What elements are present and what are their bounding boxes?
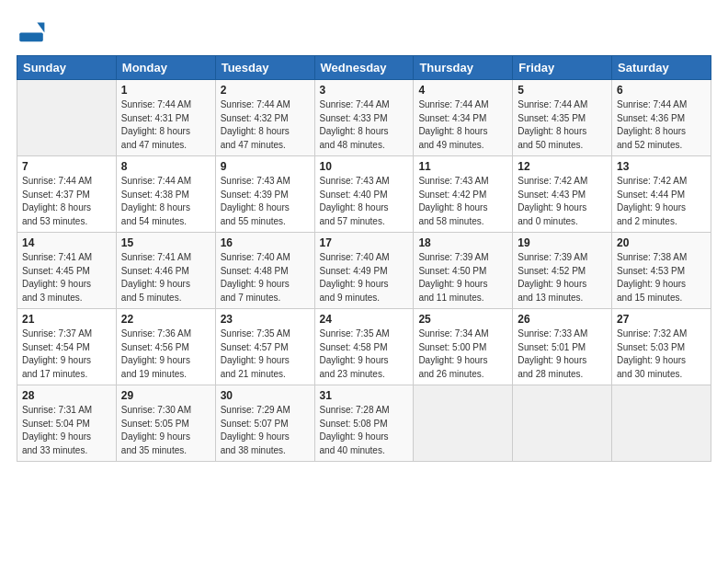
calendar-cell: 13Sunrise: 7:42 AMSunset: 4:44 PMDayligh…	[612, 156, 711, 233]
day-info: Sunrise: 7:28 AMSunset: 5:08 PMDaylight:…	[320, 404, 409, 457]
day-info: Sunrise: 7:32 AMSunset: 5:03 PMDaylight:…	[617, 327, 706, 381]
day-info: Sunrise: 7:44 AMSunset: 4:38 PMDaylight:…	[121, 175, 210, 228]
calendar-cell: 1Sunrise: 7:44 AMSunset: 4:31 PMDaylight…	[116, 80, 215, 156]
day-info: Sunrise: 7:44 AMSunset: 4:36 PMDaylight:…	[617, 98, 706, 152]
calendar-cell: 9Sunrise: 7:43 AMSunset: 4:39 PMDaylight…	[215, 156, 314, 233]
calendar-cell: 25Sunrise: 7:34 AMSunset: 5:00 PMDayligh…	[414, 309, 513, 385]
day-info: Sunrise: 7:44 AMSunset: 4:37 PMDaylight:…	[22, 175, 111, 228]
svg-rect-1	[19, 33, 43, 42]
calendar-cell: 16Sunrise: 7:40 AMSunset: 4:48 PMDayligh…	[215, 233, 314, 309]
calendar-cell: 20Sunrise: 7:38 AMSunset: 4:53 PMDayligh…	[612, 233, 711, 309]
logo	[17, 17, 50, 46]
day-info: Sunrise: 7:42 AMSunset: 4:44 PMDaylight:…	[617, 175, 706, 228]
day-number: 4	[418, 84, 507, 97]
calendar-cell: 14Sunrise: 7:41 AMSunset: 4:45 PMDayligh…	[17, 233, 117, 309]
day-number: 24	[320, 313, 409, 326]
page: SundayMondayTuesdayWednesdayThursdayFrid…	[0, 0, 728, 563]
calendar-week-2: 7Sunrise: 7:44 AMSunset: 4:37 PMDaylight…	[17, 156, 711, 233]
calendar-cell: 19Sunrise: 7:39 AMSunset: 4:52 PMDayligh…	[513, 233, 612, 309]
calendar-week-3: 14Sunrise: 7:41 AMSunset: 4:45 PMDayligh…	[17, 233, 711, 309]
calendar-cell: 31Sunrise: 7:28 AMSunset: 5:08 PMDayligh…	[314, 385, 414, 462]
day-number: 21	[22, 313, 111, 326]
logo-icon	[17, 17, 46, 46]
calendar-cell: 8Sunrise: 7:44 AMSunset: 4:38 PMDaylight…	[116, 156, 215, 233]
day-number: 28	[22, 389, 111, 402]
weekday-header-wednesday: Wednesday	[314, 56, 414, 80]
calendar-cell: 30Sunrise: 7:29 AMSunset: 5:07 PMDayligh…	[215, 385, 314, 462]
day-number: 16	[221, 236, 310, 249]
day-number: 10	[320, 160, 409, 173]
day-info: Sunrise: 7:40 AMSunset: 4:48 PMDaylight:…	[221, 251, 310, 304]
weekday-header-sunday: Sunday	[17, 56, 117, 80]
calendar-cell: 24Sunrise: 7:35 AMSunset: 4:58 PMDayligh…	[314, 309, 414, 385]
day-number: 13	[617, 160, 706, 173]
day-info: Sunrise: 7:41 AMSunset: 4:46 PMDaylight:…	[121, 251, 210, 304]
day-number: 27	[617, 313, 706, 326]
day-info: Sunrise: 7:35 AMSunset: 4:58 PMDaylight:…	[320, 327, 409, 381]
day-number: 12	[518, 160, 607, 173]
calendar-cell: 7Sunrise: 7:44 AMSunset: 4:37 PMDaylight…	[17, 156, 117, 233]
day-number: 17	[320, 236, 409, 249]
day-info: Sunrise: 7:42 AMSunset: 4:43 PMDaylight:…	[518, 175, 607, 228]
calendar-cell	[17, 80, 117, 156]
weekday-header-saturday: Saturday	[612, 56, 711, 80]
calendar-cell: 5Sunrise: 7:44 AMSunset: 4:35 PMDaylight…	[513, 80, 612, 156]
calendar-cell	[513, 385, 612, 462]
calendar-cell: 22Sunrise: 7:36 AMSunset: 4:56 PMDayligh…	[116, 309, 215, 385]
calendar-cell	[612, 385, 711, 462]
day-number: 14	[22, 236, 111, 249]
day-info: Sunrise: 7:35 AMSunset: 4:57 PMDaylight:…	[221, 327, 310, 381]
calendar-cell: 3Sunrise: 7:44 AMSunset: 4:33 PMDaylight…	[314, 80, 414, 156]
day-number: 15	[121, 236, 210, 249]
calendar-cell: 27Sunrise: 7:32 AMSunset: 5:03 PMDayligh…	[612, 309, 711, 385]
day-number: 19	[518, 236, 607, 249]
calendar-week-4: 21Sunrise: 7:37 AMSunset: 4:54 PMDayligh…	[17, 309, 711, 385]
day-number: 31	[320, 389, 409, 402]
day-info: Sunrise: 7:37 AMSunset: 4:54 PMDaylight:…	[22, 327, 111, 381]
day-info: Sunrise: 7:36 AMSunset: 4:56 PMDaylight:…	[121, 327, 210, 381]
calendar-cell: 21Sunrise: 7:37 AMSunset: 4:54 PMDayligh…	[17, 309, 117, 385]
day-number: 8	[121, 160, 210, 173]
day-number: 23	[221, 313, 310, 326]
calendar-cell: 12Sunrise: 7:42 AMSunset: 4:43 PMDayligh…	[513, 156, 612, 233]
weekday-header-tuesday: Tuesday	[215, 56, 314, 80]
day-info: Sunrise: 7:43 AMSunset: 4:42 PMDaylight:…	[418, 175, 507, 228]
day-info: Sunrise: 7:38 AMSunset: 4:53 PMDaylight:…	[617, 251, 706, 304]
day-number: 2	[221, 84, 310, 97]
day-info: Sunrise: 7:44 AMSunset: 4:32 PMDaylight:…	[221, 98, 310, 152]
day-number: 1	[121, 84, 210, 97]
day-number: 11	[418, 160, 507, 173]
day-number: 18	[418, 236, 507, 249]
calendar-cell: 11Sunrise: 7:43 AMSunset: 4:42 PMDayligh…	[414, 156, 513, 233]
day-info: Sunrise: 7:44 AMSunset: 4:35 PMDaylight:…	[518, 98, 607, 152]
calendar-cell: 23Sunrise: 7:35 AMSunset: 4:57 PMDayligh…	[215, 309, 314, 385]
day-number: 20	[617, 236, 706, 249]
day-info: Sunrise: 7:30 AMSunset: 5:05 PMDaylight:…	[121, 404, 210, 457]
calendar-table: SundayMondayTuesdayWednesdayThursdayFrid…	[17, 55, 711, 462]
day-number: 22	[121, 313, 210, 326]
calendar-week-5: 28Sunrise: 7:31 AMSunset: 5:04 PMDayligh…	[17, 385, 711, 462]
weekday-header-thursday: Thursday	[414, 56, 513, 80]
weekday-header-friday: Friday	[513, 56, 612, 80]
day-info: Sunrise: 7:44 AMSunset: 4:33 PMDaylight:…	[320, 98, 409, 152]
day-info: Sunrise: 7:29 AMSunset: 5:07 PMDaylight:…	[221, 404, 310, 457]
calendar-cell: 17Sunrise: 7:40 AMSunset: 4:49 PMDayligh…	[314, 233, 414, 309]
day-number: 29	[121, 389, 210, 402]
calendar-cell	[414, 385, 513, 462]
day-number: 25	[418, 313, 507, 326]
calendar-cell: 28Sunrise: 7:31 AMSunset: 5:04 PMDayligh…	[17, 385, 117, 462]
day-number: 3	[320, 84, 409, 97]
day-info: Sunrise: 7:44 AMSunset: 4:34 PMDaylight:…	[418, 98, 507, 152]
day-info: Sunrise: 7:43 AMSunset: 4:40 PMDaylight:…	[320, 175, 409, 228]
calendar-cell: 10Sunrise: 7:43 AMSunset: 4:40 PMDayligh…	[314, 156, 414, 233]
day-info: Sunrise: 7:41 AMSunset: 4:45 PMDaylight:…	[22, 251, 111, 304]
calendar-cell: 26Sunrise: 7:33 AMSunset: 5:01 PMDayligh…	[513, 309, 612, 385]
weekday-header-row: SundayMondayTuesdayWednesdayThursdayFrid…	[17, 56, 711, 80]
day-info: Sunrise: 7:33 AMSunset: 5:01 PMDaylight:…	[518, 327, 607, 381]
day-info: Sunrise: 7:39 AMSunset: 4:50 PMDaylight:…	[418, 251, 507, 304]
calendar-cell: 29Sunrise: 7:30 AMSunset: 5:05 PMDayligh…	[116, 385, 215, 462]
svg-marker-0	[37, 22, 44, 32]
calendar-cell: 2Sunrise: 7:44 AMSunset: 4:32 PMDaylight…	[215, 80, 314, 156]
calendar-week-1: 1Sunrise: 7:44 AMSunset: 4:31 PMDaylight…	[17, 80, 711, 156]
calendar-cell: 15Sunrise: 7:41 AMSunset: 4:46 PMDayligh…	[116, 233, 215, 309]
